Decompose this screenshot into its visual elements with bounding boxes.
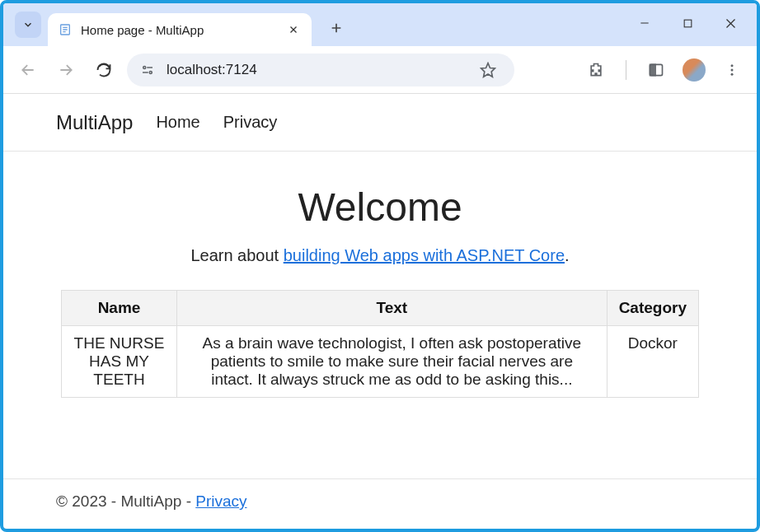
learn-suffix: . (565, 246, 570, 264)
learn-line: Learn about building Web apps with ASP.N… (61, 246, 699, 265)
tab-close-button[interactable] (285, 21, 302, 38)
svg-point-17 (149, 71, 152, 73)
reload-button[interactable] (89, 55, 119, 85)
svg-point-24 (731, 68, 734, 71)
page-favicon-icon (58, 22, 73, 37)
page-footer: © 2023 - MultiApp - Privacy (3, 478, 757, 529)
learn-prefix: Learn about (190, 246, 283, 264)
forward-button[interactable] (51, 55, 81, 85)
footer-copyright: © 2023 - MultiApp - (56, 492, 195, 510)
cell-category: Dockor (607, 326, 698, 398)
tab-search-button[interactable] (15, 12, 41, 38)
th-category: Category (607, 291, 698, 326)
data-table: Name Text Category THE NURSE HAS MY TEET… (61, 290, 699, 398)
svg-marker-20 (481, 63, 495, 77)
page-viewport: MultiApp Home Privacy Welcome Learn abou… (3, 94, 757, 529)
app-navbar: MultiApp Home Privacy (3, 94, 757, 152)
address-bar[interactable]: localhost:7124 (127, 54, 514, 86)
svg-rect-22 (650, 64, 656, 75)
browser-tab[interactable]: Home page - MultiApp (48, 13, 312, 46)
main-content: Welcome Learn about building Web apps wi… (3, 152, 757, 478)
table-header-row: Name Text Category (62, 291, 699, 326)
tab-title: Home page - MultiApp (81, 23, 277, 37)
browser-titlebar: Home page - MultiApp (3, 3, 757, 46)
learn-link[interactable]: building Web apps with ASP.NET Core (284, 246, 565, 264)
svg-rect-9 (684, 20, 692, 27)
th-text: Text (177, 291, 608, 326)
back-button[interactable] (13, 55, 43, 85)
browser-toolbar: localhost:7124 (3, 46, 757, 94)
svg-point-25 (731, 72, 734, 75)
toolbar-divider (626, 60, 626, 80)
extensions-icon[interactable] (581, 55, 611, 85)
svg-point-14 (143, 66, 146, 68)
th-name: Name (62, 291, 177, 326)
brand[interactable]: MultiApp (56, 111, 133, 134)
site-info-icon[interactable] (138, 61, 157, 79)
window-close-button[interactable] (722, 15, 739, 31)
window-minimize-button[interactable] (636, 15, 653, 31)
footer-privacy-link[interactable]: Privacy (195, 492, 246, 510)
svg-point-23 (731, 64, 734, 67)
new-tab-button[interactable] (323, 15, 350, 41)
nav-link-home[interactable]: Home (156, 113, 199, 132)
profile-avatar[interactable] (683, 58, 706, 82)
url-text: localhost:7124 (167, 62, 463, 78)
bookmark-star-icon[interactable] (473, 55, 503, 85)
cell-name: THE NURSE HAS MY TEETH (62, 326, 177, 398)
window-maximize-button[interactable] (679, 15, 696, 31)
page-heading: Welcome (61, 184, 699, 230)
window-controls (636, 3, 753, 43)
table-row: THE NURSE HAS MY TEETH As a brain wave t… (62, 326, 699, 398)
side-panel-icon[interactable] (641, 55, 671, 85)
nav-link-privacy[interactable]: Privacy (223, 113, 278, 132)
menu-icon[interactable] (717, 55, 747, 85)
cell-text: As a brain wave technologist, I often as… (177, 326, 608, 398)
